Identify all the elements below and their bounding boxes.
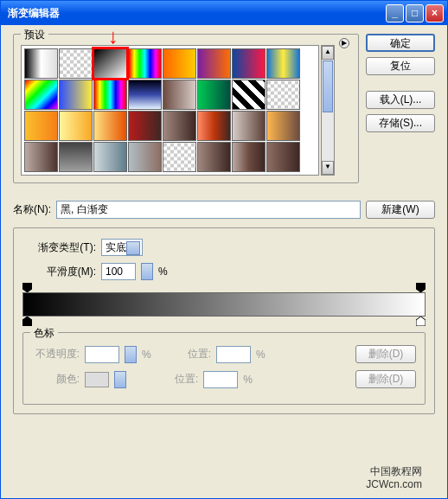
svg-marker-1 — [416, 283, 426, 292]
preset-swatch[interactable] — [232, 142, 266, 172]
preset-swatch[interactable] — [24, 48, 58, 79]
color-well — [85, 372, 109, 387]
preset-swatch[interactable] — [59, 111, 93, 141]
presets-menu-icon[interactable]: ▶ — [339, 38, 349, 48]
smoothness-label: 平滑度(M): — [22, 265, 96, 279]
preset-swatch[interactable] — [163, 142, 196, 172]
name-input[interactable] — [56, 201, 361, 219]
colorstops-fieldset: 色标 不透明度: % 位置: % 删除(D) 颜色: — [22, 332, 426, 405]
preset-swatch[interactable] — [93, 142, 127, 172]
opacity-delete-button: 删除(D) — [355, 345, 416, 363]
preset-swatch[interactable] — [197, 142, 231, 172]
gradient-settings: 渐变类型(T): 实底 平滑度(M): % 色标 不透明度: — [13, 227, 435, 414]
color-label: 颜色: — [32, 372, 80, 387]
preset-swatch[interactable] — [24, 111, 58, 141]
opacity-position-unit: % — [256, 349, 266, 361]
color-position-input — [203, 371, 238, 388]
opacity-position-label: 位置: — [188, 347, 211, 361]
opacity-unit: % — [142, 349, 151, 361]
gradient-editor-window: 渐变编辑器 _ □ × ↓ 预设 ▶ ▲ ▼ — [0, 0, 448, 499]
preset-swatch[interactable] — [266, 48, 300, 79]
preset-swatch[interactable] — [93, 111, 127, 141]
smoothness-input[interactable] — [101, 263, 136, 280]
svg-marker-3 — [416, 317, 426, 326]
color-stop-left[interactable] — [22, 317, 32, 326]
preset-swatch[interactable] — [163, 48, 196, 79]
color-position-label: 位置: — [175, 372, 198, 387]
preset-swatch[interactable] — [59, 48, 93, 79]
color-delete-button: 删除(D) — [355, 370, 416, 388]
opacity-input — [85, 346, 119, 363]
minimize-button[interactable]: _ — [386, 4, 404, 22]
preset-swatch[interactable] — [163, 80, 196, 110]
preset-swatch[interactable] — [197, 111, 231, 141]
preset-swatch[interactable] — [197, 80, 231, 110]
preset-swatch[interactable] — [266, 142, 300, 172]
gradient-bar-area — [22, 292, 426, 317]
preset-swatch[interactable] — [266, 80, 300, 110]
preset-swatch[interactable] — [128, 111, 162, 141]
preset-swatch[interactable] — [232, 48, 266, 79]
close-button[interactable]: × — [426, 4, 444, 22]
smoothness-unit: % — [158, 265, 168, 278]
reset-button[interactable]: 复位 — [366, 57, 435, 75]
preset-swatch[interactable] — [59, 80, 93, 110]
load-button[interactable]: 载入(L)... — [366, 91, 435, 109]
preset-swatch[interactable] — [24, 80, 58, 110]
scroll-up-icon[interactable]: ▲ — [322, 46, 334, 60]
scroll-thumb[interactable] — [323, 61, 333, 112]
colorstops-legend: 色标 — [30, 326, 58, 341]
preset-swatch[interactable] — [93, 48, 127, 79]
preset-swatch[interactable] — [232, 80, 266, 110]
presets-scrollbar[interactable]: ▲ ▼ — [321, 45, 335, 176]
opacity-position-input — [216, 346, 251, 363]
save-button[interactable]: 存储(S)... — [366, 114, 435, 132]
color-dropdown-icon — [114, 371, 126, 388]
color-stop-right[interactable] — [416, 317, 426, 326]
name-label: 名称(N): — [13, 202, 51, 217]
preset-swatch[interactable] — [59, 142, 93, 172]
window-title: 渐变编辑器 — [4, 6, 386, 21]
opacity-label: 不透明度: — [32, 347, 80, 361]
ok-button[interactable]: 确定 — [366, 34, 435, 52]
gradient-type-select[interactable]: 实底 — [101, 239, 143, 256]
gradient-preview-bar[interactable] — [22, 292, 426, 317]
maximize-button[interactable]: □ — [406, 4, 424, 22]
color-position-unit: % — [243, 374, 253, 386]
svg-marker-2 — [22, 317, 32, 326]
presets-grid — [21, 45, 319, 176]
preset-swatch[interactable] — [197, 48, 231, 79]
watermark: 中国教程网 JCWcn.com — [366, 465, 422, 492]
svg-marker-0 — [22, 283, 32, 292]
smoothness-dropdown-icon[interactable] — [141, 263, 153, 280]
preset-swatch[interactable] — [232, 111, 266, 141]
titlebar[interactable]: 渐变编辑器 _ □ × — [1, 1, 447, 25]
gradient-type-label: 渐变类型(T): — [22, 240, 96, 255]
new-button[interactable]: 新建(W) — [366, 201, 435, 219]
presets-label: 预设 — [21, 28, 48, 42]
preset-swatch[interactable] — [266, 111, 300, 141]
preset-swatch[interactable] — [128, 142, 162, 172]
preset-swatch[interactable] — [93, 80, 127, 110]
opacity-dropdown-icon — [125, 346, 137, 363]
preset-swatch[interactable] — [24, 142, 58, 172]
presets-fieldset: 预设 ▶ ▲ ▼ — [13, 34, 359, 183]
preset-swatch[interactable] — [128, 48, 162, 79]
opacity-stop-left[interactable] — [22, 283, 32, 292]
preset-swatch[interactable] — [163, 111, 196, 141]
preset-swatch[interactable] — [128, 80, 162, 110]
opacity-stop-right[interactable] — [416, 283, 426, 292]
scroll-down-icon[interactable]: ▼ — [322, 161, 334, 175]
